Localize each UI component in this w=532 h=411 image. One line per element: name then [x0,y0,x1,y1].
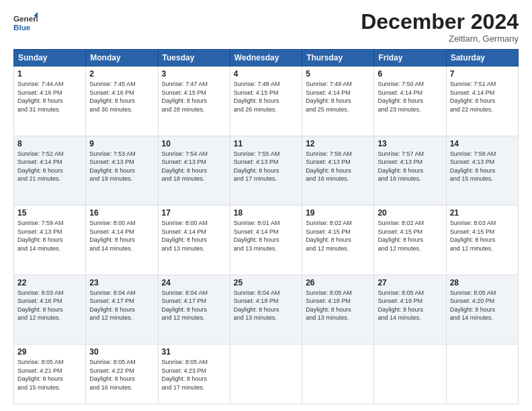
table-row: 5Sunrise: 7:49 AMSunset: 4:14 PMDaylight… [302,66,374,136]
col-saturday: Saturday [446,50,518,66]
table-row: 19Sunrise: 8:02 AMSunset: 4:15 PMDayligh… [302,205,374,275]
cell-content: Sunrise: 7:51 AMSunset: 4:14 PMDaylight:… [450,80,515,113]
day-number: 11 [234,139,298,148]
table-row: 4Sunrise: 7:48 AMSunset: 4:15 PMDaylight… [230,66,302,136]
cell-content: Sunrise: 7:50 AMSunset: 4:14 PMDaylight:… [378,80,442,113]
table-row: 14Sunrise: 7:58 AMSunset: 4:13 PMDayligh… [446,136,518,205]
table-row: 31Sunrise: 8:05 AMSunset: 4:23 PMDayligh… [158,345,230,404]
cell-content: Sunrise: 8:03 AMSunset: 4:15 PMDaylight:… [450,219,515,253]
table-row: 25Sunrise: 8:04 AMSunset: 4:18 PMDayligh… [230,275,302,345]
day-number: 2 [89,69,154,79]
table-row: 15Sunrise: 7:59 AMSunset: 4:13 PMDayligh… [14,205,86,275]
calendar-week-row: 1Sunrise: 7:44 AMSunset: 4:16 PMDaylight… [14,66,519,136]
day-number: 21 [450,208,515,218]
cell-content: Sunrise: 8:05 AMSunset: 4:19 PMDaylight:… [378,289,442,322]
calendar-week-row: 29Sunrise: 8:05 AMSunset: 4:21 PMDayligh… [14,345,519,404]
day-number: 3 [162,69,226,79]
cell-content: Sunrise: 8:04 AMSunset: 4:18 PMDaylight:… [234,289,298,322]
cell-content: Sunrise: 7:52 AMSunset: 4:14 PMDaylight:… [17,150,82,183]
table-row: 8Sunrise: 7:52 AMSunset: 4:14 PMDaylight… [14,136,86,205]
svg-text:General: General [13,14,38,23]
cell-content: Sunrise: 7:59 AMSunset: 4:13 PMDaylight:… [17,219,82,253]
cell-content: Sunrise: 7:56 AMSunset: 4:13 PMDaylight:… [306,150,370,183]
cell-content: Sunrise: 7:58 AMSunset: 4:13 PMDaylight:… [450,150,515,183]
cell-content: Sunrise: 7:55 AMSunset: 4:13 PMDaylight:… [234,150,298,183]
cell-content: Sunrise: 7:44 AMSunset: 4:16 PMDaylight:… [17,80,82,113]
page-header: General Blue December 2024 Zeitlarn, Ger… [13,11,519,44]
cell-content: Sunrise: 8:02 AMSunset: 4:15 PMDaylight:… [378,219,442,253]
day-number: 27 [378,278,442,287]
table-row: 2Sunrise: 7:45 AMSunset: 4:16 PMDaylight… [86,66,158,136]
cell-content: Sunrise: 7:57 AMSunset: 4:13 PMDaylight:… [378,150,442,183]
day-number: 31 [162,347,226,357]
cell-content: Sunrise: 7:45 AMSunset: 4:16 PMDaylight:… [89,80,154,113]
table-row: 3Sunrise: 7:47 AMSunset: 4:15 PMDaylight… [158,66,230,136]
table-row [230,345,302,404]
cell-content: Sunrise: 7:47 AMSunset: 4:15 PMDaylight:… [162,80,226,113]
day-number: 13 [378,139,442,148]
cell-content: Sunrise: 8:00 AMSunset: 4:14 PMDaylight:… [89,219,154,253]
cell-content: Sunrise: 7:49 AMSunset: 4:14 PMDaylight:… [306,80,370,113]
logo-icon: General Blue [13,11,38,35]
table-row: 23Sunrise: 8:04 AMSunset: 4:17 PMDayligh… [86,275,158,345]
cell-content: Sunrise: 7:48 AMSunset: 4:15 PMDaylight:… [234,80,298,113]
title-block: December 2024 Zeitlarn, Germany [361,11,519,44]
day-number: 26 [306,278,370,287]
col-monday: Monday [86,50,158,66]
calendar-header-row: Sunday Monday Tuesday Wednesday Thursday… [14,50,519,66]
cell-content: Sunrise: 7:54 AMSunset: 4:13 PMDaylight:… [162,150,226,183]
cell-content: Sunrise: 7:53 AMSunset: 4:13 PMDaylight:… [89,150,154,183]
table-row: 16Sunrise: 8:00 AMSunset: 4:14 PMDayligh… [86,205,158,275]
calendar-week-row: 8Sunrise: 7:52 AMSunset: 4:14 PMDaylight… [14,136,519,205]
table-row: 7Sunrise: 7:51 AMSunset: 4:14 PMDaylight… [446,66,518,136]
table-row: 10Sunrise: 7:54 AMSunset: 4:13 PMDayligh… [158,136,230,205]
table-row: 6Sunrise: 7:50 AMSunset: 4:14 PMDaylight… [374,66,446,136]
day-number: 4 [234,69,298,79]
day-number: 15 [17,208,82,218]
day-number: 5 [306,69,370,79]
table-row: 28Sunrise: 8:05 AMSunset: 4:20 PMDayligh… [446,275,518,345]
day-number: 12 [306,139,370,148]
day-number: 7 [450,69,515,79]
day-number: 1 [17,69,82,79]
svg-text:Blue: Blue [13,23,31,32]
calendar-week-row: 15Sunrise: 7:59 AMSunset: 4:13 PMDayligh… [14,205,519,275]
cell-content: Sunrise: 8:01 AMSunset: 4:14 PMDaylight:… [234,219,298,253]
table-row: 21Sunrise: 8:03 AMSunset: 4:15 PMDayligh… [446,205,518,275]
cell-content: Sunrise: 8:03 AMSunset: 4:16 PMDaylight:… [17,289,82,322]
col-friday: Friday [374,50,446,66]
calendar-week-row: 22Sunrise: 8:03 AMSunset: 4:16 PMDayligh… [14,275,519,345]
table-row: 20Sunrise: 8:02 AMSunset: 4:15 PMDayligh… [374,205,446,275]
day-number: 17 [162,208,226,218]
day-number: 8 [17,139,82,148]
table-row: 17Sunrise: 8:00 AMSunset: 4:14 PMDayligh… [158,205,230,275]
day-number: 23 [89,278,154,287]
table-row: 9Sunrise: 7:53 AMSunset: 4:13 PMDaylight… [86,136,158,205]
day-number: 25 [234,278,298,287]
table-row: 22Sunrise: 8:03 AMSunset: 4:16 PMDayligh… [14,275,86,345]
month-title: December 2024 [361,11,519,32]
cell-content: Sunrise: 8:04 AMSunset: 4:17 PMDaylight:… [162,289,226,322]
day-number: 18 [234,208,298,218]
cell-content: Sunrise: 8:00 AMSunset: 4:14 PMDaylight:… [162,219,226,253]
cell-content: Sunrise: 8:05 AMSunset: 4:22 PMDaylight:… [89,358,154,392]
col-thursday: Thursday [302,50,374,66]
table-row: 13Sunrise: 7:57 AMSunset: 4:13 PMDayligh… [374,136,446,205]
cell-content: Sunrise: 8:05 AMSunset: 4:20 PMDaylight:… [450,289,515,322]
day-number: 29 [17,347,82,357]
day-number: 24 [162,278,226,287]
col-wednesday: Wednesday [230,50,302,66]
table-row [302,345,374,404]
calendar-table: Sunday Monday Tuesday Wednesday Thursday… [13,49,519,404]
day-number: 6 [378,69,442,79]
table-row: 12Sunrise: 7:56 AMSunset: 4:13 PMDayligh… [302,136,374,205]
table-row: 30Sunrise: 8:05 AMSunset: 4:22 PMDayligh… [86,345,158,404]
cell-content: Sunrise: 8:05 AMSunset: 4:23 PMDaylight:… [162,358,226,392]
cell-content: Sunrise: 8:05 AMSunset: 4:18 PMDaylight:… [306,289,370,322]
logo: General Blue [13,11,38,35]
day-number: 16 [89,208,154,218]
day-number: 9 [89,139,154,148]
table-row: 1Sunrise: 7:44 AMSunset: 4:16 PMDaylight… [14,66,86,136]
location: Zeitlarn, Germany [361,34,519,44]
table-row: 27Sunrise: 8:05 AMSunset: 4:19 PMDayligh… [374,275,446,345]
